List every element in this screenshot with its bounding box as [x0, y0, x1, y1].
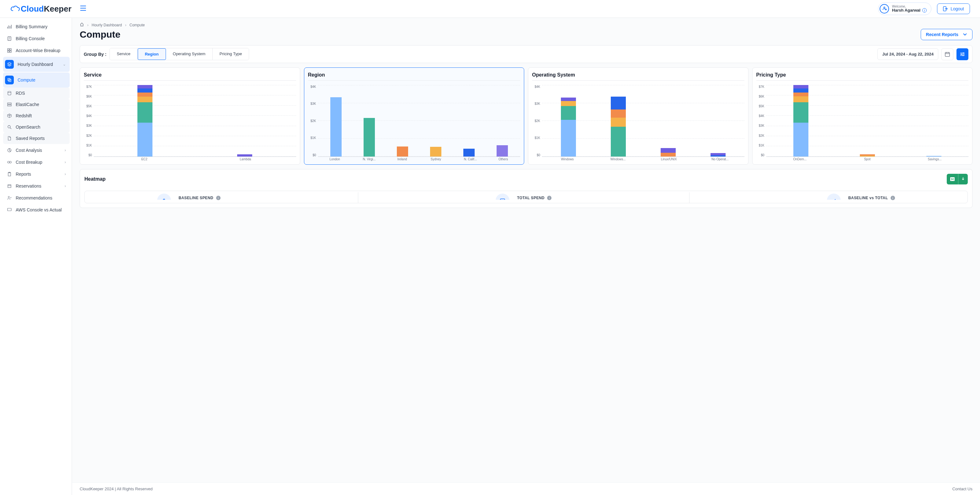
user-check-icon — [7, 196, 12, 201]
group-by-option-service[interactable]: Service — [110, 48, 137, 60]
date-range-picker[interactable]: Jul 24, 2024 - Aug 22, 2024 — [877, 48, 938, 60]
svg-point-10 — [8, 91, 11, 92]
svg-text:$: $ — [163, 198, 165, 203]
svg-point-16 — [10, 161, 11, 163]
sidebar-item-reports[interactable]: Reports › — [3, 169, 70, 180]
svg-point-13 — [8, 126, 10, 128]
contact-us-link[interactable]: Contact Us — [952, 487, 972, 491]
svg-rect-12 — [8, 105, 11, 106]
sidebar-subitem-opensearch[interactable]: OpenSearch — [3, 121, 70, 133]
file-icon — [7, 136, 12, 141]
info-icon[interactable]: i — [547, 196, 552, 200]
heatmap-title: Heatmap — [84, 176, 106, 182]
sidebar-item-cost-analysis[interactable]: Cost Analysis › — [3, 145, 70, 156]
metric-total-spend-label: TOTAL SPEND — [517, 196, 544, 200]
sidebar-item-hourly-dashboard[interactable]: Hourly Dashboard ⌄ — [3, 57, 70, 72]
svg-point-0 — [884, 7, 885, 8]
top-header: CloudKeeper Welcome, Harsh Agarwal i — [0, 0, 980, 18]
chart-card-service[interactable]: Service$7K$6K$5K$4K$3K$2K$1K$0EC2Lambda — [80, 67, 300, 165]
sidebar-item-cost-breakup[interactable]: Cost Breakup › — [3, 156, 70, 168]
charts-grid: Service$7K$6K$5K$4K$3K$2K$1K$0EC2LambdaR… — [80, 67, 972, 165]
user-menu[interactable]: Welcome, Harsh Agarwal i — [878, 3, 932, 15]
group-by-option-os[interactable]: Operating System — [166, 48, 213, 60]
group-by-label: Group By : — [84, 52, 107, 57]
breadcrumb: › Hourly Dashboard › Compute — [80, 22, 972, 28]
svg-point-20 — [8, 196, 10, 197]
calendar-icon — [945, 51, 950, 57]
chart-card-region[interactable]: Region$4K$3K$2K$1K$0LondonN. Virgi...Ire… — [304, 67, 525, 165]
sidebar-item-aws-console-vs-actual[interactable]: AWS Console vs Actual — [3, 204, 70, 215]
svg-rect-28 — [500, 199, 505, 202]
svg-rect-21 — [8, 208, 11, 211]
chart-title: Service — [84, 72, 296, 81]
sidebar-subitem-saved-reports[interactable]: Saved Reports — [3, 133, 70, 144]
group-by-option-region[interactable]: Region — [138, 48, 166, 60]
chevron-down-icon: ⌄ — [63, 62, 66, 67]
calendar-icon — [7, 183, 12, 189]
metric-baseline-spend-label: BASELINE SPEND — [178, 196, 213, 200]
chart-bar — [561, 97, 576, 156]
svg-point-23 — [963, 53, 964, 54]
avatar-icon — [880, 4, 889, 13]
menu-toggle-button[interactable] — [80, 6, 86, 12]
chart-bar — [711, 153, 725, 156]
chevron-right-icon: › — [65, 172, 66, 176]
wallet-icon — [496, 194, 509, 207]
breadcrumb-level-1[interactable]: Hourly Dashboard — [92, 23, 122, 27]
app-logo[interactable]: CloudKeeper — [10, 4, 72, 14]
sidebar-subitem-compute[interactable]: Compute — [3, 72, 70, 88]
download-icon — [958, 174, 968, 185]
export-excel-button[interactable] — [947, 174, 968, 185]
filter-button[interactable] — [956, 48, 968, 60]
info-icon[interactable]: i — [891, 196, 895, 200]
info-icon[interactable]: i — [216, 196, 221, 200]
chevron-down-icon — [963, 33, 967, 36]
database-icon — [7, 91, 12, 95]
chart-bar — [926, 156, 942, 156]
chevron-right-icon: › — [65, 160, 66, 164]
svg-point-15 — [8, 161, 10, 163]
heatmap-card: Heatmap $ — [80, 169, 972, 208]
copy-icon — [5, 76, 14, 84]
bar-chart-icon — [7, 24, 12, 29]
chart-card-operating-system[interactable]: Operating System$4K$3K$2K$1K$0WindowsWin… — [528, 67, 748, 165]
group-by-segmented: Service Region Operating System Pricing … — [110, 48, 249, 60]
dollar-icon: $ — [157, 194, 171, 207]
sidebar-item-recommendations[interactable]: Recommendations — [3, 192, 70, 204]
sidebar-item-account-breakup[interactable]: Account-Wise Breakup — [3, 45, 70, 56]
home-icon[interactable] — [80, 22, 84, 28]
sidebar-item-billing-summary[interactable]: Billing Summary — [3, 21, 70, 32]
svg-rect-11 — [8, 103, 11, 104]
sidebar-item-billing-console[interactable]: Billing Console — [3, 33, 70, 44]
recent-reports-button[interactable]: Recent Reports — [921, 29, 972, 40]
chart-bar — [237, 154, 252, 156]
chart-bar — [496, 145, 508, 156]
group-by-option-pricing[interactable]: Pricing Type — [213, 48, 249, 60]
calendar-button[interactable] — [942, 48, 953, 60]
search-icon — [7, 124, 12, 130]
monitor-icon — [7, 207, 12, 212]
sidebar-subitem-redshift[interactable]: Redshift — [3, 110, 70, 121]
svg-rect-7 — [10, 51, 11, 53]
server-icon — [7, 102, 12, 107]
user-info-icon[interactable]: i — [922, 8, 927, 13]
sliders-icon — [959, 51, 965, 57]
svg-point-24 — [961, 54, 962, 55]
chart-bar — [661, 148, 676, 156]
breadcrumb-level-2[interactable]: Compute — [130, 23, 145, 27]
logout-button[interactable]: Logout — [937, 3, 970, 14]
copyright-text: CloudKeeper 2024 | All Rights Reserved — [80, 487, 153, 491]
chart-bar — [793, 85, 808, 156]
svg-rect-5 — [10, 49, 11, 50]
sidebar-subitem-rds[interactable]: RDS — [3, 88, 70, 99]
sidebar-item-reservations[interactable]: Reservations › — [3, 180, 70, 192]
user-name: Harsh Agarwal — [892, 8, 921, 13]
svg-rect-6 — [8, 51, 9, 53]
excel-icon — [947, 174, 958, 184]
chart-bar — [463, 149, 475, 156]
chart-card-pricing-type[interactable]: Pricing Type$7K$6K$5K$4K$3K$2K$1K$0OnDem… — [752, 67, 973, 165]
sidebar-subitem-elasticache[interactable]: ElastiCache — [3, 99, 70, 110]
chart-bar — [860, 154, 875, 156]
chart-bar — [611, 97, 626, 156]
chart-bar — [364, 118, 375, 156]
